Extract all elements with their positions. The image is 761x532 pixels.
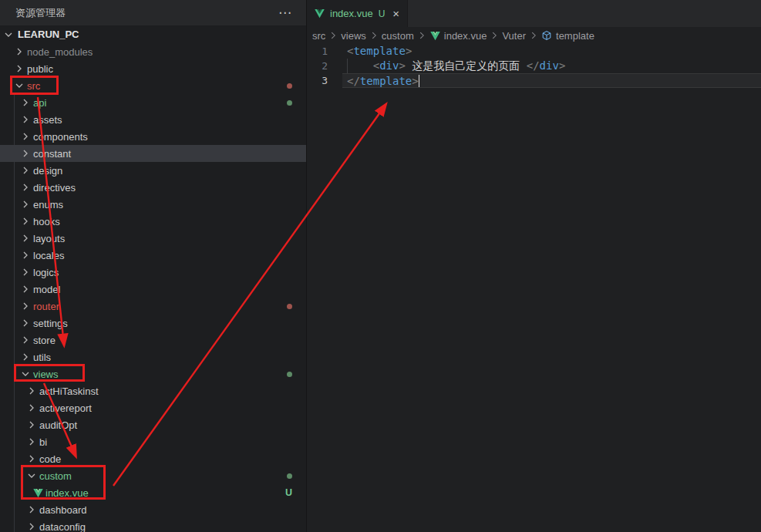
tree-item-store[interactable]: store <box>0 332 306 348</box>
tree-item-label: hooks <box>33 216 60 227</box>
tree-item-assets[interactable]: assets <box>0 111 306 128</box>
tree-item-utils[interactable]: utils <box>0 348 306 365</box>
chevron-right-icon[interactable] <box>19 317 32 329</box>
chevron-right-icon[interactable] <box>19 215 32 227</box>
tab-index-vue[interactable]: index.vue U × <box>307 0 408 27</box>
tree-item-layouts[interactable]: layouts <box>0 230 306 247</box>
tree-item-node_modules[interactable]: node_modules <box>0 43 306 60</box>
tree-item-label: bi <box>39 436 47 448</box>
tree-item-public[interactable]: public <box>0 60 306 77</box>
chevron-right-icon[interactable] <box>25 402 38 414</box>
tree-item-model[interactable]: model <box>0 281 306 298</box>
code-editor[interactable]: 1<template>2 <div> 这是我自己定义的页面 </div>3</t… <box>307 44 761 88</box>
tree-item-api[interactable]: api <box>0 94 306 111</box>
vue-icon <box>429 30 441 42</box>
breadcrumb-label: custom <box>382 30 414 42</box>
chevron-right-icon[interactable] <box>19 266 32 278</box>
tree-item-logics[interactable]: logics <box>0 264 306 281</box>
breadcrumb-item-template[interactable]: template <box>541 30 594 42</box>
tree-item-label: actHiTaskinst <box>39 386 99 397</box>
chevron-right-icon[interactable] <box>19 249 32 261</box>
tree-item-locales[interactable]: locales <box>0 247 306 264</box>
chevron-right-icon[interactable] <box>13 45 25 58</box>
breadcrumb-item-index-vue[interactable]: index.vue <box>429 30 487 42</box>
chevron-down-icon[interactable] <box>2 29 15 41</box>
chevron-right-icon[interactable] <box>19 334 32 346</box>
more-actions-icon[interactable]: ⋯ <box>278 9 292 17</box>
breadcrumb-item-Vuter[interactable]: Vuter <box>502 30 526 42</box>
git-status-dot <box>287 298 292 315</box>
breadcrumb-item-custom[interactable]: custom <box>382 30 414 42</box>
code-line-1[interactable]: 1<template> <box>307 44 761 59</box>
tree-root-learun-pc[interactable]: LEARUN_PC <box>0 25 306 43</box>
tree-item-label: assets <box>33 114 62 126</box>
chevron-right-icon[interactable] <box>19 113 32 126</box>
tree-item-label: settings <box>33 318 68 329</box>
vue-icon <box>314 8 325 19</box>
tree-item-auditOpt[interactable]: auditOpt <box>0 416 306 433</box>
symbol-template-icon <box>541 30 553 42</box>
red-dot-icon <box>287 304 292 309</box>
root-label: LEARUN_PC <box>18 29 79 40</box>
chevron-right-icon[interactable] <box>25 419 38 431</box>
chevron-right-icon[interactable] <box>19 283 32 295</box>
tree-item-router[interactable]: router <box>0 298 306 315</box>
editor-group: index.vue U × srcviewscustomindex.vueVut… <box>307 0 761 532</box>
tree-item-settings[interactable]: settings <box>0 315 306 332</box>
tree-item-label: dashboard <box>39 504 86 516</box>
tree-item-hooks[interactable]: hooks <box>0 213 306 230</box>
chevron-right-icon[interactable] <box>19 181 32 194</box>
chevron-right-icon[interactable] <box>25 385 38 397</box>
tree-item-activereport[interactable]: activereport <box>0 399 306 416</box>
chevron-right-icon[interactable] <box>19 147 32 160</box>
code-line-2[interactable]: 2 <div> 这是我自己定义的页面 </div> <box>307 59 761 73</box>
tree-item-dataconfig[interactable]: dataconfig <box>0 518 306 532</box>
chevron-right-icon[interactable] <box>19 96 32 109</box>
line-number: 3 <box>307 73 342 88</box>
tree-item-label: code <box>39 453 61 465</box>
chevron-right-icon[interactable] <box>25 436 38 448</box>
chevron-right-icon[interactable] <box>19 300 32 312</box>
chevron-right-icon[interactable] <box>19 198 32 210</box>
tree-item-label: model <box>33 284 60 295</box>
chevron-right-icon[interactable] <box>19 232 32 244</box>
close-icon[interactable]: × <box>392 8 399 19</box>
tree-item-label: utils <box>33 352 51 363</box>
chevron-right-icon[interactable] <box>19 164 32 177</box>
tree-item-bi[interactable]: bi <box>0 433 306 450</box>
vscode-window: 资源管理器 ⋯ LEARUN_PC node_modulespublicsrca… <box>0 0 761 532</box>
tab-bar: index.vue U × <box>307 0 761 27</box>
tree-item-directives[interactable]: directives <box>0 179 306 196</box>
tree-item-components[interactable]: components <box>0 128 306 145</box>
breadcrumb-item-views[interactable]: views <box>341 30 366 42</box>
tree-item-design[interactable]: design <box>0 162 306 179</box>
line-number: 1 <box>307 44 342 59</box>
chevron-right-icon[interactable] <box>13 62 25 75</box>
tree-item-label: node_modules <box>27 46 93 58</box>
git-status-dot <box>287 94 292 111</box>
text-cursor <box>419 75 420 87</box>
code-line-content: <template> <box>342 44 761 59</box>
tree-item-label: dataconfig <box>39 521 86 532</box>
chevron-right-icon[interactable] <box>19 130 32 143</box>
tree-item-enums[interactable]: enums <box>0 196 306 213</box>
chevron-right-icon <box>489 30 500 41</box>
chevron-right-icon[interactable] <box>25 503 38 516</box>
red-dot-icon <box>287 83 292 89</box>
chevron-right-icon[interactable] <box>19 351 32 363</box>
chevron-right-icon[interactable] <box>25 520 38 532</box>
annotation-box-src <box>10 76 59 95</box>
breadcrumb-item-src[interactable]: src <box>312 30 325 42</box>
tree-item-actHiTaskinst[interactable]: actHiTaskinst <box>0 382 306 399</box>
explorer-title: 资源管理器 <box>15 6 66 20</box>
tree-item-dashboard[interactable]: dashboard <box>0 501 306 518</box>
green-dot-icon <box>287 100 292 106</box>
code-line-3[interactable]: 3</template> <box>307 73 761 88</box>
tree-item-label: enums <box>33 199 63 210</box>
git-untracked-badge: U <box>285 484 292 501</box>
file-tree: node_modulespublicsrcapiassetscomponents… <box>0 43 306 532</box>
chevron-right-icon[interactable] <box>25 453 38 465</box>
tree-item-constant[interactable]: constant <box>0 145 306 162</box>
git-status-dot <box>287 77 292 94</box>
tree-item-label: activereport <box>39 402 92 414</box>
